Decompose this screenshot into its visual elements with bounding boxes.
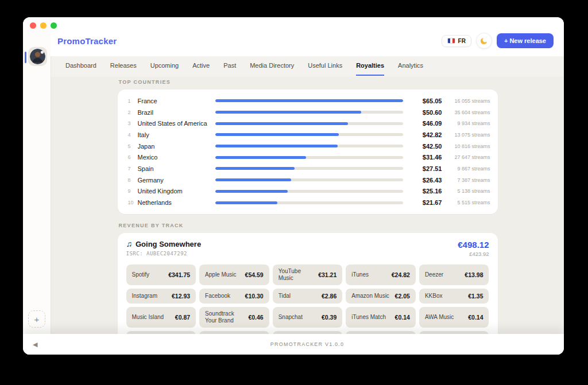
platform-amount: €54.59 bbox=[245, 271, 264, 278]
country-row: 6Mexico$31.4627 647 streams bbox=[128, 151, 490, 163]
country-bar-fill bbox=[215, 145, 338, 147]
platform-name: Soundtrack Your Brand bbox=[205, 310, 245, 324]
country-amount: $42.82 bbox=[409, 131, 442, 138]
country-row: 7Spain$27.519 867 streams bbox=[128, 163, 490, 174]
country-bar-track bbox=[215, 145, 403, 147]
dark-mode-toggle[interactable] bbox=[476, 33, 492, 49]
platform-name: Deezer bbox=[425, 271, 443, 278]
platform-name: YouTube Music bbox=[278, 268, 315, 282]
country-bar-track bbox=[215, 122, 403, 125]
country-rank: 3 bbox=[128, 120, 138, 126]
country-rank: 6 bbox=[128, 154, 138, 160]
country-bar-track bbox=[215, 167, 403, 170]
tab-media-directory[interactable]: Media Directory bbox=[250, 56, 294, 76]
platform-amount: €0.46 bbox=[248, 314, 263, 321]
country-streams: 5 138 streams bbox=[442, 188, 490, 194]
platform-amount: €2.86 bbox=[322, 293, 336, 300]
platform-name: AWA Music bbox=[425, 314, 454, 321]
country-bar-fill bbox=[215, 111, 361, 114]
tab-releases[interactable]: Releases bbox=[110, 56, 137, 76]
tab-upcoming[interactable]: Upcoming bbox=[150, 56, 179, 76]
workspace-avatar[interactable] bbox=[28, 47, 47, 66]
workspace-sidebar: + bbox=[23, 17, 51, 355]
revenue-by-track-label: REVENUE BY TRACK bbox=[119, 223, 498, 228]
country-streams: 16 055 streams bbox=[442, 98, 490, 104]
platform-chip: Apple Music€54.59 bbox=[199, 265, 269, 285]
country-row: 3United States of America$46.099 934 str… bbox=[128, 118, 490, 129]
country-name: France bbox=[138, 98, 215, 104]
new-release-button[interactable]: + New release bbox=[497, 33, 554, 48]
tab-analytics[interactable]: Analytics bbox=[398, 56, 423, 76]
country-amount: $46.09 bbox=[409, 120, 442, 127]
platform-amount: €31.21 bbox=[318, 271, 336, 278]
app-logo: PromoTracker bbox=[57, 36, 117, 46]
platform-chip: Soundtrack Your Brand€0.46 bbox=[199, 307, 269, 328]
platform-amount: €2.05 bbox=[395, 293, 410, 300]
platform-amount: €0.39 bbox=[322, 314, 336, 321]
country-row: 8Germany$26.437 387 streams bbox=[128, 174, 490, 186]
language-label: FR bbox=[458, 38, 466, 44]
track-totals: €498.12 £423.92 bbox=[458, 240, 489, 257]
country-row: 5Japan$42.5010 816 streams bbox=[128, 141, 490, 152]
platform-chip: Facebook€10.30 bbox=[199, 289, 269, 304]
country-streams: 35 604 streams bbox=[442, 110, 490, 115]
france-flag-icon bbox=[447, 38, 455, 44]
track-isrc: ISRC: AUBEC2047292 bbox=[126, 251, 202, 256]
add-workspace-button[interactable]: + bbox=[28, 310, 45, 328]
platform-chip: iTunes Match€0.14 bbox=[346, 307, 416, 328]
track-total-eur: €498.12 bbox=[458, 240, 489, 250]
platform-name: Amazon Music bbox=[351, 293, 389, 300]
tab-active[interactable]: Active bbox=[192, 56, 210, 76]
moon-icon bbox=[479, 37, 488, 45]
tab-past[interactable]: Past bbox=[223, 56, 236, 76]
platform-chip: YouTube Music€31.21 bbox=[273, 265, 343, 285]
zoom-window-button[interactable] bbox=[51, 22, 57, 29]
country-amount: $27.51 bbox=[409, 165, 442, 172]
screen: + PromoTracker FR + New release bbox=[0, 0, 588, 385]
platform-name: KKBox bbox=[425, 293, 443, 300]
country-amount: $31.46 bbox=[409, 154, 442, 161]
country-rank: 1 bbox=[128, 98, 138, 104]
country-streams: 9 867 streams bbox=[442, 166, 490, 172]
minimize-window-button[interactable] bbox=[40, 22, 47, 29]
platform-amount: €341.75 bbox=[168, 271, 190, 278]
country-bar-track bbox=[215, 99, 403, 102]
platform-chip: iTunes€24.82 bbox=[346, 265, 416, 285]
country-streams: 7 387 streams bbox=[442, 177, 490, 183]
country-name: Germany bbox=[138, 177, 215, 184]
back-arrow-icon[interactable]: ◀ bbox=[33, 341, 37, 348]
track-title: Going Somewhere bbox=[136, 240, 201, 248]
country-row: 1France$65.0516 055 streams bbox=[128, 95, 490, 107]
tab-royalties[interactable]: Royalties bbox=[356, 56, 384, 76]
country-bar-fill bbox=[215, 99, 403, 102]
platform-amount: €10.30 bbox=[245, 293, 264, 300]
platform-chip: AWA Music€0.14 bbox=[419, 307, 489, 328]
country-name: Brazil bbox=[138, 109, 215, 116]
plus-icon: + bbox=[34, 314, 40, 324]
country-streams: 13 075 streams bbox=[442, 132, 490, 138]
country-bar-fill bbox=[215, 178, 292, 181]
country-bar-fill bbox=[215, 190, 288, 193]
language-switcher[interactable]: FR bbox=[442, 35, 471, 47]
country-rank: 9 bbox=[128, 188, 138, 194]
platform-name: Snapchat bbox=[278, 314, 303, 321]
tab-dashboard[interactable]: Dashboard bbox=[65, 56, 96, 76]
header-controls: FR + New release bbox=[442, 33, 554, 49]
track-total-gbp: £423.92 bbox=[458, 251, 489, 257]
platform-name: Facebook bbox=[205, 293, 230, 300]
country-bar-fill bbox=[215, 133, 339, 136]
country-name: United Kingdom bbox=[138, 188, 215, 195]
country-amount: $25.16 bbox=[409, 188, 442, 195]
country-amount: $50.60 bbox=[409, 109, 442, 116]
close-window-button[interactable] bbox=[30, 22, 36, 29]
platform-chip: Deezer€13.98 bbox=[419, 265, 489, 285]
country-bar-track bbox=[215, 111, 403, 114]
country-row: 2Brazil$50.6035 604 streams bbox=[128, 107, 490, 118]
platform-name: Tidal bbox=[278, 293, 291, 300]
country-bar-track bbox=[215, 190, 403, 193]
country-bar-track bbox=[215, 156, 403, 159]
tab-useful-links[interactable]: Useful Links bbox=[308, 56, 342, 76]
country-row: 9United Kingdom$25.165 138 streams bbox=[128, 186, 490, 197]
platform-chip: Tidal€2.86 bbox=[273, 289, 343, 304]
track-header: ♫ Going Somewhere ISRC: AUBEC2047292 €49… bbox=[126, 240, 489, 258]
